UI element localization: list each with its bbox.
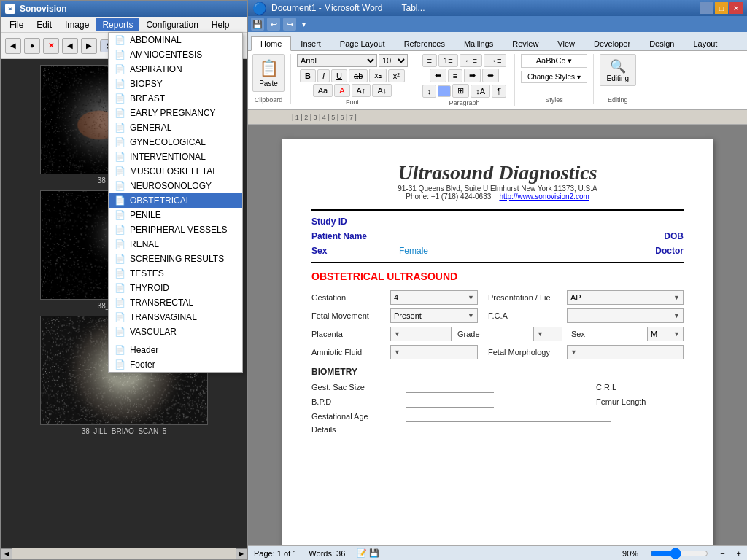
report-obstetrical[interactable]: 📄 OBSTETRICAL [109,193,242,208]
quick-styles-button[interactable]: AaBbCc ▾ [521,54,587,68]
bullet-list-button[interactable]: ≡ [422,54,437,67]
nav-refresh-button[interactable]: ◀ [62,38,78,54]
scroll-track[interactable] [12,548,236,559]
align-center-button[interactable]: ≡ [448,69,462,82]
grow-font-button[interactable]: A↑ [352,84,371,97]
show-marks-button[interactable]: ¶ [492,85,506,98]
tab-layout[interactable]: Layout [684,36,727,50]
nav-go-button[interactable]: ▶ [81,38,97,54]
menu-help[interactable]: Help [206,18,236,31]
report-renal[interactable]: 📄 RENAL [109,237,242,252]
clear-format-button[interactable]: Aa [313,84,333,97]
report-transrectal[interactable]: 📄 TRANSRECTAL [109,295,242,310]
tab-design[interactable]: Design [640,36,684,50]
fetal-movement-dropdown[interactable]: Present ▼ [390,308,478,323]
scroll-right-arrow[interactable]: ▶ [236,548,247,560]
gestational-age-field[interactable] [406,411,611,422]
bpd-field[interactable] [406,396,494,408]
maximize-button[interactable]: □ [715,2,728,14]
paste-button[interactable]: 📋 Paste [252,54,285,92]
report-early-pregnancy[interactable]: 📄 EARLY PREGNANCY [109,106,242,120]
shading-button[interactable] [438,85,451,97]
align-left-button[interactable]: ⬅ [430,69,446,82]
report-abdominal[interactable]: 📄 ABDOMINAL [109,33,242,47]
nav-stop-button[interactable]: ✕ [43,38,59,54]
font-color-button[interactable]: A [334,84,349,97]
line-spacing-button[interactable]: ↕ [422,85,437,98]
menu-reports[interactable]: Reports [96,18,139,31]
editing-button[interactable]: 🔍 Editing [600,54,636,86]
report-neurosonology[interactable]: 📄 NEUROSONOLOGY [109,179,242,193]
menu-file[interactable]: File [4,18,29,31]
borders-button[interactable]: ⊞ [452,84,469,98]
amniotic-dropdown[interactable]: ▼ [390,345,478,359]
redo-button[interactable]: ↪ [283,18,296,31]
bold-button[interactable]: B [300,69,316,82]
decrease-indent-button[interactable]: ←≡ [460,54,482,67]
zoom-minus-icon[interactable]: − [720,549,724,558]
report-testes[interactable]: 📄 TESTES [109,266,242,281]
report-transvaginal[interactable]: 📄 TRANSVAGINAL [109,310,242,324]
tab-home[interactable]: Home [251,36,291,51]
font-size-select[interactable]: 10 [379,54,408,67]
scroll-left-arrow[interactable]: ◀ [1,548,12,560]
menu-configuration[interactable]: Configuration [140,18,204,31]
report-thyroid[interactable]: 📄 THYROID [109,281,242,295]
increase-indent-button[interactable]: →≡ [484,54,506,67]
save-button[interactable]: 💾 [251,18,264,31]
number-list-button[interactable]: 1≡ [438,54,458,67]
grade-dropdown[interactable]: ▼ [533,327,562,341]
report-amniocentesis[interactable]: 📄 AMNIOCENTESIS [109,47,242,62]
tab-page-layout[interactable]: Page Layout [330,36,395,50]
report-penile[interactable]: 📄 PENILE [109,208,242,222]
tab-mailings[interactable]: Mailings [454,36,503,50]
superscript-button[interactable]: x² [388,69,405,82]
report-aspiration[interactable]: 📄 ASPIRATION [109,62,242,77]
report-breast[interactable]: 📄 BREAST [109,91,242,106]
minimize-button[interactable]: — [700,2,713,14]
report-gynecological[interactable]: 📄 GYNECOLOGICAL [109,135,242,149]
document-scroll[interactable]: Ultrasound Diagnostics 91-31 Queens Blvd… [248,125,747,545]
tab-view[interactable]: View [548,36,584,50]
report-biopsy[interactable]: 📄 BIOPSY [109,77,242,91]
sort-button[interactable]: ↕A [471,85,490,98]
sex-dropdown[interactable]: M ▼ [647,327,684,341]
clinic-website[interactable]: http://www.sonovision2.com [499,192,589,201]
justify-button[interactable]: ⬌ [482,69,499,82]
tab-review[interactable]: Review [503,36,548,50]
presentation-dropdown[interactable]: AP ▼ [567,290,684,305]
change-styles-button[interactable]: Change Styles ▾ [521,71,587,83]
report-header[interactable]: 📄 Header [109,343,242,357]
tab-developer[interactable]: Developer [584,36,640,50]
subscript-button[interactable]: x₂ [369,69,387,82]
report-peripheral-vessels[interactable]: 📄 PERIPHERAL VESSELS [109,222,242,237]
report-general[interactable]: 📄 GENERAL [109,120,242,135]
report-vascular[interactable]: 📄 VASCULAR [109,324,242,339]
underline-button[interactable]: U [331,69,347,82]
fca-dropdown[interactable]: ▼ [567,308,684,323]
tab-insert[interactable]: Insert [291,36,330,50]
nav-back-button[interactable]: ◀ [5,38,21,54]
report-musculoskeletal[interactable]: 📄 MUSCULOSKELETAL [109,164,242,179]
shrink-font-button[interactable]: A↓ [372,84,392,97]
font-family-select[interactable]: Arial [297,54,377,67]
italic-button[interactable]: I [317,69,330,82]
align-right-button[interactable]: ➡ [464,69,481,82]
report-screening-results[interactable]: 📄 SCREENING RESULTS [109,252,242,266]
undo-button[interactable]: ↩ [267,18,280,31]
zoom-plus-icon[interactable]: + [737,549,741,558]
fetal-morphology-dropdown[interactable]: ▼ [567,345,684,359]
menu-image[interactable]: Image [59,18,95,31]
nav-forward-button[interactable]: ● [24,38,40,54]
report-footer[interactable]: 📄 Footer [109,357,242,372]
report-interventional[interactable]: 📄 INTERVENTIONAL [109,149,242,164]
gest-sac-field[interactable] [406,381,494,393]
close-button[interactable]: ✕ [729,2,743,14]
gestation-dropdown[interactable]: 4 ▼ [390,290,478,305]
menu-edit[interactable]: Edit [31,18,58,31]
strikethrough-button[interactable]: ab [349,69,368,82]
zoom-slider[interactable] [650,548,708,559]
sex-row: Sex Female Doctor [311,246,684,256]
placenta-dropdown[interactable]: ▼ [390,327,452,341]
tab-references[interactable]: References [395,36,454,50]
